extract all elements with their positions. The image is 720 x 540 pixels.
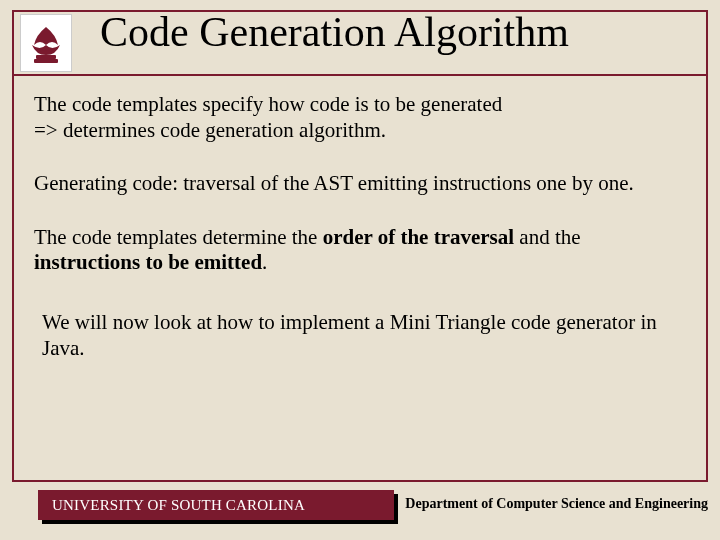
slide: Code Generation Algorithm The code templ… [0, 0, 720, 540]
body-text: We will now look at how to implement a M… [42, 310, 657, 360]
svg-rect-1 [34, 59, 58, 63]
paragraph: Generating code: traversal of the AST em… [34, 171, 690, 197]
body-text-bold: instructions to be emitted [34, 250, 262, 274]
body-text: . [262, 250, 267, 274]
footer-university-name: UNIVERSITY OF SOUTH CAROLINA [38, 490, 394, 520]
body-text: => determines code generation algorithm. [34, 118, 386, 142]
university-logo-icon [20, 14, 72, 72]
body-text: The code templates specify how code is t… [34, 92, 502, 116]
paragraph: The code templates specify how code is t… [34, 92, 690, 143]
body-text: and the [514, 225, 580, 249]
paragraph: The code templates determine the order o… [34, 225, 690, 276]
svg-rect-0 [36, 55, 56, 59]
slide-title: Code Generation Algorithm [100, 8, 569, 56]
paragraph: We will now look at how to implement a M… [42, 310, 690, 361]
slide-footer: UNIVERSITY OF SOUTH CAROLINA Department … [0, 490, 720, 528]
body-text: Generating code: traversal of the AST em… [34, 171, 634, 195]
body-text: The code templates determine the [34, 225, 323, 249]
body-text-bold: order of the traversal [323, 225, 514, 249]
title-divider [14, 74, 706, 76]
footer-department-name: Department of Computer Science and Engin… [405, 496, 708, 512]
slide-body: The code templates specify how code is t… [34, 92, 690, 361]
